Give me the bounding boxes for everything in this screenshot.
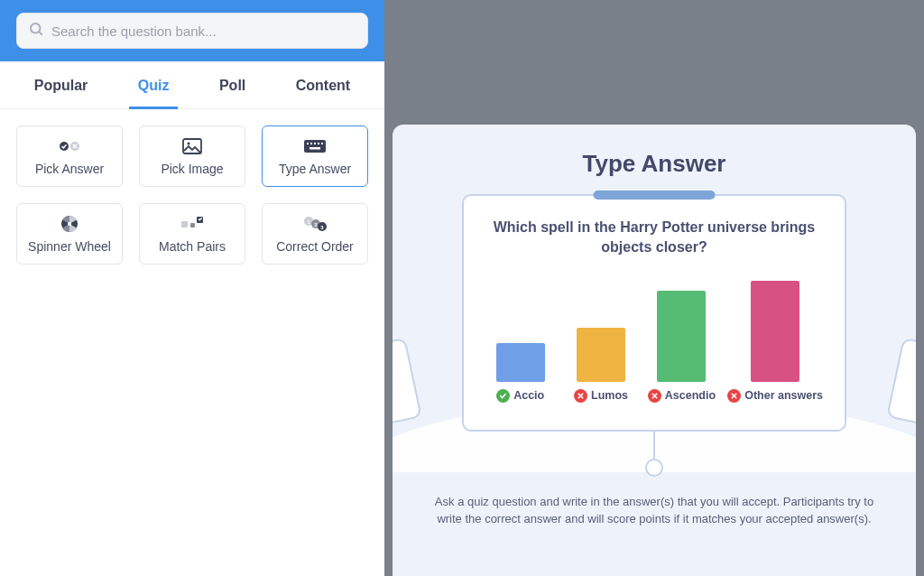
svg-rect-8	[310, 143, 312, 144]
type-label: Spinner Wheel	[28, 239, 111, 254]
svg-point-14	[68, 222, 71, 226]
svg-line-1	[39, 32, 42, 34]
type-label: Type Answer	[279, 162, 351, 176]
check-icon	[496, 389, 510, 403]
svg-rect-6	[304, 140, 326, 153]
svg-point-0	[31, 23, 41, 33]
bar-item: Accio	[485, 343, 555, 403]
x-icon	[574, 389, 587, 403]
type-card-type-answer[interactable]: Type Answer	[262, 125, 368, 187]
svg-rect-16	[190, 223, 195, 228]
type-label: Match Pairs	[159, 239, 226, 254]
device-illustration-right	[886, 338, 916, 426]
bar-chart: AccioLumosAscendioOther answers	[482, 276, 827, 403]
bar-label: Other answers	[727, 389, 823, 403]
pick-answer-icon	[57, 136, 82, 156]
type-card-pick-image[interactable]: Pick Image	[139, 125, 245, 187]
svg-rect-15	[181, 221, 188, 228]
bar	[751, 281, 799, 381]
x-icon	[648, 389, 661, 403]
preview-card: Type Answer Which spell in the Harry Pot…	[393, 125, 916, 576]
tab-poll[interactable]: Poll	[210, 61, 254, 109]
keyboard-icon	[303, 136, 327, 156]
pick-image-icon	[182, 136, 202, 156]
bar-label-text: Ascendio	[665, 389, 716, 402]
device-illustration-left	[393, 338, 422, 426]
search-bar[interactable]	[16, 13, 368, 49]
search-icon	[28, 21, 44, 41]
preview-description: Ask a quiz question and write in the ans…	[429, 493, 880, 528]
bar-label: Lumos	[574, 389, 628, 403]
bar-item: Other answers	[727, 281, 823, 402]
bar-label-text: Other answers	[744, 389, 823, 402]
bar-label-text: Accio	[513, 389, 544, 402]
question-type-grid: Pick Answer Pick Image	[0, 109, 384, 281]
type-label: Pick Image	[161, 162, 223, 176]
svg-point-5	[187, 142, 189, 144]
x-icon	[727, 389, 741, 403]
svg-rect-10	[318, 143, 319, 144]
search-bar-wrap	[0, 0, 384, 61]
bar	[577, 328, 625, 382]
type-card-correct-order[interactable]: 1 2 3 Correct Order	[262, 203, 368, 265]
bar-item: Lumos	[566, 328, 635, 403]
tab-popular[interactable]: Popular	[25, 61, 97, 109]
svg-rect-9	[314, 143, 316, 144]
spinner-icon	[60, 214, 79, 234]
chart-tab-decoration	[594, 190, 716, 200]
tabs: Popular Quiz Poll Content	[0, 61, 384, 109]
chart-box: Which spell in the Harry Potter universe…	[462, 194, 846, 432]
numbered-icon: 1 2 3	[303, 214, 327, 234]
preview-title: Type Answer	[583, 150, 726, 178]
type-card-spinner-wheel[interactable]: Spinner Wheel	[16, 203, 123, 265]
bar-item: Ascendio	[647, 291, 716, 403]
type-card-match-pairs[interactable]: Match Pairs	[139, 203, 245, 265]
bar	[657, 291, 706, 382]
right-panel: Type Answer Which spell in the Harry Pot…	[384, 0, 924, 576]
chart-stand	[645, 432, 663, 477]
bar-label: Accio	[496, 389, 544, 403]
svg-rect-12	[310, 147, 320, 150]
bar-label: Ascendio	[648, 389, 716, 403]
tab-quiz[interactable]: Quiz	[129, 61, 179, 109]
bar-label-text: Lumos	[591, 389, 628, 402]
left-panel: Popular Quiz Poll Content Pick Answer	[0, 0, 384, 576]
tab-content[interactable]: Content	[287, 61, 359, 109]
svg-rect-7	[307, 143, 309, 144]
match-pairs-icon	[180, 214, 204, 234]
type-label: Pick Answer	[35, 162, 104, 176]
type-card-pick-answer[interactable]: Pick Answer	[16, 125, 123, 187]
question-text: Which spell in the Harry Potter universe…	[482, 218, 827, 258]
search-input[interactable]	[51, 23, 356, 39]
bar	[496, 343, 545, 382]
svg-rect-11	[321, 143, 323, 144]
type-label: Correct Order	[276, 239, 354, 254]
